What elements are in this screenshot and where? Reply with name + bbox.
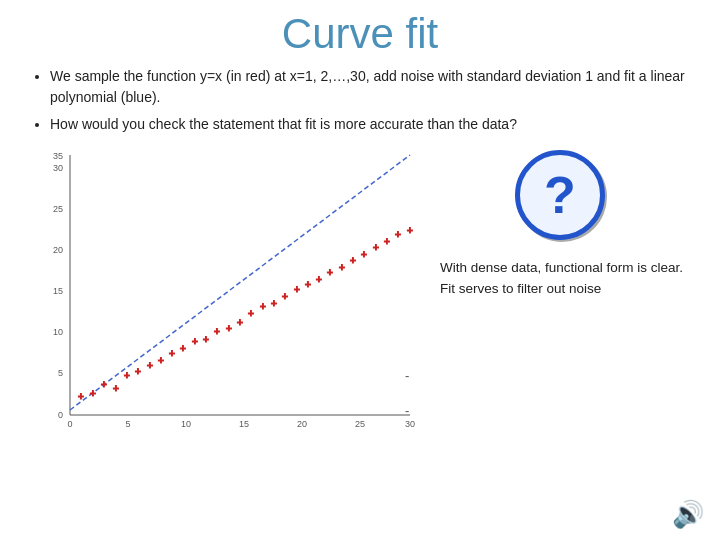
svg-text:+: +: [192, 336, 198, 347]
svg-text:30: 30: [53, 163, 63, 173]
svg-text:+: +: [78, 391, 84, 402]
svg-text:20: 20: [297, 419, 307, 429]
dash-marker-1: -: [405, 368, 409, 383]
svg-text:+: +: [282, 291, 288, 302]
svg-text:+: +: [384, 236, 390, 247]
svg-text:15: 15: [239, 419, 249, 429]
svg-text:+: +: [294, 284, 300, 295]
svg-text:+: +: [350, 255, 356, 266]
bullet-1: We sample the function y=x (in red) at x…: [50, 66, 690, 108]
svg-text:+: +: [395, 229, 401, 240]
right-panel: ? With dense data, functional form is cl…: [420, 145, 690, 300]
page-title: Curve fit: [0, 0, 720, 66]
bullet-2: How would you check the statement that f…: [50, 114, 690, 135]
svg-text:5: 5: [58, 368, 63, 378]
svg-text:0: 0: [58, 410, 63, 420]
dash-marker-2: -: [405, 403, 409, 418]
bullet-list: We sample the function y=x (in red) at x…: [30, 66, 690, 135]
svg-text:+: +: [124, 370, 130, 381]
svg-text:+: +: [180, 343, 186, 354]
svg-text:10: 10: [53, 327, 63, 337]
svg-text:10: 10: [181, 419, 191, 429]
svg-text:+: +: [147, 360, 153, 371]
speaker-icon[interactable]: 🔊: [672, 499, 704, 530]
svg-text:5: 5: [125, 419, 130, 429]
svg-text:+: +: [305, 279, 311, 290]
chart-container: 0 5 10 15 20 25 30 35 0 5 10 15 20 25 30: [30, 145, 420, 445]
svg-text:35: 35: [53, 151, 63, 161]
svg-text:+: +: [169, 348, 175, 359]
svg-text:+: +: [135, 366, 141, 377]
svg-text:20: 20: [53, 245, 63, 255]
svg-text:+: +: [339, 262, 345, 273]
content-area: We sample the function y=x (in red) at x…: [0, 66, 720, 445]
svg-text:+: +: [316, 274, 322, 285]
svg-text:+: +: [237, 317, 243, 328]
svg-text:+: +: [113, 383, 119, 394]
svg-text:+: +: [203, 334, 209, 345]
svg-text:30: 30: [405, 419, 415, 429]
svg-text:+: +: [361, 249, 367, 260]
chart-svg: 0 5 10 15 20 25 30 35 0 5 10 15 20 25 30: [30, 145, 420, 445]
svg-line-17: [70, 155, 410, 410]
question-mark-icon: ?: [515, 150, 605, 240]
svg-text:+: +: [226, 323, 232, 334]
svg-text:+: +: [214, 326, 220, 337]
svg-text:25: 25: [53, 204, 63, 214]
svg-text:+: +: [327, 267, 333, 278]
svg-text:+: +: [271, 298, 277, 309]
svg-text:+: +: [407, 225, 413, 236]
svg-text:+: +: [248, 308, 254, 319]
svg-text:+: +: [373, 242, 379, 253]
svg-text:0: 0: [67, 419, 72, 429]
dense-data-text: With dense data, functional form is clea…: [430, 258, 690, 300]
svg-text:25: 25: [355, 419, 365, 429]
svg-text:+: +: [158, 355, 164, 366]
svg-text:+: +: [101, 379, 107, 390]
svg-text:15: 15: [53, 286, 63, 296]
main-row: 0 5 10 15 20 25 30 35 0 5 10 15 20 25 30: [30, 145, 690, 445]
svg-text:+: +: [260, 301, 266, 312]
svg-text:+: +: [90, 388, 96, 399]
